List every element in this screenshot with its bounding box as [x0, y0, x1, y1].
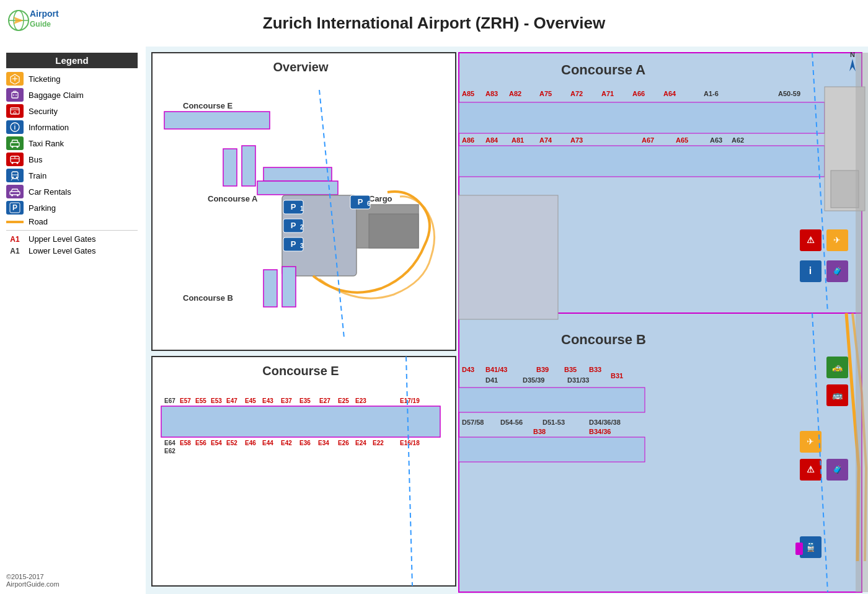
- svg-text:B41/43: B41/43: [485, 366, 507, 373]
- legend-divider: [6, 230, 138, 231]
- legend-item-ticketing: Ticketing: [6, 72, 138, 86]
- svg-text:E45: E45: [245, 397, 256, 404]
- svg-text:E44: E44: [262, 440, 273, 446]
- svg-text:Concourse A: Concourse A: [561, 62, 645, 78]
- svg-text:A62: A62: [732, 136, 744, 144]
- car-label: Car Rentals: [29, 187, 71, 197]
- svg-text:A83: A83: [485, 90, 498, 97]
- upper-gates-label: Upper Level Gates: [29, 234, 95, 244]
- svg-text:Concourse E: Concourse E: [262, 364, 339, 378]
- svg-text:P: P: [358, 197, 363, 206]
- svg-text:🧳: 🧳: [832, 266, 843, 277]
- map-container: N Overview Concourse E Concourse A Cargo…: [146, 47, 868, 594]
- svg-text:i: i: [809, 265, 812, 276]
- svg-text:Cargo: Cargo: [369, 194, 392, 203]
- svg-point-22: [17, 162, 19, 164]
- svg-text:⚠: ⚠: [807, 464, 815, 474]
- svg-text:B35: B35: [564, 366, 577, 373]
- svg-text:🚕: 🚕: [832, 362, 843, 373]
- svg-text:N: N: [850, 51, 855, 58]
- svg-rect-70: [161, 406, 440, 437]
- svg-point-26: [12, 177, 14, 178]
- svg-point-32: [17, 195, 19, 197]
- svg-point-17: [12, 146, 14, 148]
- svg-text:2: 2: [300, 224, 304, 231]
- svg-text:E17/19: E17/19: [400, 397, 420, 404]
- svg-text:Concourse A: Concourse A: [208, 194, 258, 203]
- svg-text:Overview: Overview: [273, 60, 329, 74]
- svg-text:E64: E64: [164, 440, 175, 446]
- svg-text:A65: A65: [676, 136, 688, 144]
- copyright-line1: ©2015-2017: [6, 573, 60, 580]
- svg-rect-112: [459, 102, 825, 133]
- taxi-icon: [6, 136, 24, 150]
- svg-text:🧳: 🧳: [832, 464, 843, 475]
- svg-text:E37: E37: [281, 397, 292, 404]
- svg-text:E22: E22: [373, 440, 384, 446]
- svg-text:B38: B38: [533, 428, 546, 435]
- legend-item-lower-gates: A1 Lower Level Gates: [6, 246, 138, 255]
- information-icon: i: [6, 120, 24, 134]
- upper-gates-icon: A1: [6, 235, 24, 244]
- legend-item-bus: Bus: [6, 153, 138, 166]
- svg-text:E42: E42: [281, 440, 292, 446]
- svg-text:E43: E43: [262, 397, 273, 404]
- taxi-label: Taxi Rank: [29, 139, 64, 148]
- svg-text:A63: A63: [710, 136, 722, 144]
- svg-rect-124: [831, 171, 859, 208]
- page-title: Zurich International Airport (ZRH) - Ove…: [263, 14, 605, 33]
- svg-text:E62: E62: [164, 448, 175, 454]
- svg-line-28: [11, 179, 12, 180]
- car-icon: [6, 185, 24, 198]
- svg-text:✈: ✈: [807, 437, 814, 446]
- svg-text:1: 1: [300, 205, 304, 212]
- svg-text:E47: E47: [226, 397, 237, 404]
- svg-text:A73: A73: [570, 136, 583, 144]
- svg-text:D54-56: D54-56: [500, 419, 523, 426]
- svg-text:Concourse B: Concourse B: [183, 293, 233, 303]
- svg-text:B33: B33: [589, 366, 601, 373]
- svg-text:E67: E67: [164, 397, 175, 404]
- ticketing-icon: [6, 72, 24, 86]
- ticketing-label: Ticketing: [29, 74, 61, 84]
- svg-text:⚠: ⚠: [807, 235, 815, 245]
- legend-item-baggage: Baggage Claim: [6, 88, 138, 102]
- svg-text:E27: E27: [319, 397, 330, 404]
- svg-text:E56: E56: [195, 440, 206, 446]
- svg-rect-47: [242, 146, 255, 186]
- svg-rect-44: [264, 167, 332, 181]
- svg-text:E46: E46: [245, 440, 256, 446]
- svg-text:A1-6: A1-6: [704, 90, 719, 97]
- svg-line-29: [17, 179, 19, 180]
- svg-text:E24: E24: [355, 440, 366, 446]
- road-label: Road: [29, 217, 48, 226]
- lower-gates-icon: A1: [6, 247, 24, 255]
- svg-text:A50-59: A50-59: [778, 90, 800, 97]
- svg-rect-46: [223, 149, 237, 186]
- svg-text:6: 6: [367, 200, 371, 207]
- svg-text:✈: ✈: [833, 235, 841, 245]
- legend-item-car: Car Rentals: [6, 185, 138, 198]
- legend: Legend Ticketing Baggage Claim Se: [0, 47, 144, 594]
- svg-text:E34: E34: [318, 440, 329, 446]
- svg-text:D57/58: D57/58: [462, 419, 484, 426]
- svg-text:🚌: 🚌: [832, 390, 843, 401]
- svg-text:P: P: [12, 203, 17, 212]
- train-icon: [6, 169, 24, 182]
- parking-label: Parking: [29, 203, 56, 213]
- svg-text:E54: E54: [211, 440, 222, 446]
- svg-rect-42: [164, 112, 270, 129]
- legend-item-information: i Information: [6, 120, 138, 134]
- svg-text:E16/18: E16/18: [400, 440, 420, 446]
- svg-text:E57: E57: [180, 397, 191, 404]
- legend-item-train: Train: [6, 169, 138, 182]
- svg-rect-68: [152, 357, 456, 586]
- svg-text:D31/33: D31/33: [567, 376, 589, 384]
- svg-rect-54: [282, 267, 296, 307]
- north-arrow: N: [843, 50, 862, 74]
- svg-text:E53: E53: [211, 397, 222, 404]
- bus-label: Bus: [29, 155, 42, 164]
- svg-text:A84: A84: [485, 136, 498, 144]
- baggage-label: Baggage Claim: [29, 91, 84, 100]
- svg-rect-137: [459, 388, 645, 412]
